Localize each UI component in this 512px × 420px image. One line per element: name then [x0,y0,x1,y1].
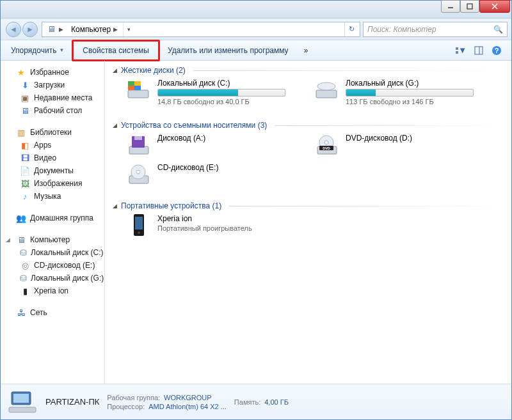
drive-d[interactable]: DVD DVD-дисковод (D:) [312,134,485,157]
sidebar-item-downloads[interactable]: ⬇ Загрузки [1,79,104,91]
chevron-down-icon: ▼ [458,45,467,55]
sidebar-item-label: Компьютер [30,235,70,244]
help-button[interactable]: ? [491,45,502,56]
refresh-button[interactable]: ↻ [344,22,358,36]
body-pane: ★ Избранное ⬇ Загрузки ▣ Недавние места … [1,61,511,384]
sidebar-item-drive-g[interactable]: ⛁ Локальный диск (G:) [1,272,104,284]
svg-point-24 [324,141,328,144]
minimize-button[interactable] [441,0,460,13]
view-options-button[interactable]: ▼ [455,45,467,56]
sidebar-item-drive-e[interactable]: ◎ CD-дисковод (E:) [1,259,104,272]
usage-bar [346,89,474,97]
breadcrumb-label: Компьютер [71,25,111,34]
drive-info: Локальный диск (C:) 14,8 ГБ свободно из … [157,79,297,105]
section-header[interactable]: ◢ Портативные устройства (1) [113,201,504,210]
svg-rect-17 [316,90,337,98]
drive-a[interactable]: Дисковод (A:) [124,134,297,157]
svg-rect-35 [9,407,36,412]
sidebar-group-homegroup: 👥 Домашняя группа [1,212,104,224]
maximize-button[interactable] [460,0,479,13]
sidebar-item-label: Локальный диск (C:) [31,248,104,257]
address-bar[interactable]: 🖥 ▶ Компьютер ▶ ▾ ↻ [42,22,360,37]
svg-rect-1 [467,4,472,9]
breadcrumb-root[interactable]: 🖥 ▶ [44,22,66,36]
free-space-label: 113 ГБ свободно из 146 ГБ [346,98,485,105]
svg-rect-34 [13,394,29,403]
svg-rect-15 [134,81,141,86]
section-header[interactable]: ◢ Жесткие диски (2) [113,66,504,75]
drive-label: Локальный диск (C:) [157,79,297,88]
drive-label: Xperia ion [157,214,297,223]
svg-rect-16 [134,86,141,90]
sidebar-item-drive-c[interactable]: ⛁ Локальный диск (C:) [1,246,104,259]
svg-rect-12 [128,90,148,98]
svg-point-29 [136,170,140,174]
sidebar-computer-header[interactable]: ◢ 🖥 Компьютер [1,233,104,246]
close-button[interactable] [479,0,510,13]
drive-info: Дисковод (A:) [157,134,297,144]
sidebar-item-label: Загрузки [34,81,65,89]
search-placeholder: Поиск: Компьютер [367,25,436,34]
expand-icon[interactable]: ◢ [6,237,12,243]
divider [275,125,504,126]
breadcrumb-computer[interactable]: Компьютер ▶ [68,22,120,36]
sidebar-item-music[interactable]: ♪ Музыка [1,190,104,203]
sidebar-item-pictures[interactable]: 🖼 Изображения [1,177,104,190]
address-dropdown[interactable]: ▾ [123,22,134,36]
search-input[interactable]: Поиск: Компьютер 🔍 [363,22,508,37]
toolbar-overflow[interactable]: » [296,42,316,59]
sidebar-item-label: Музыка [34,192,61,201]
drive-list: Дисковод (A:) DVD DVD-дисковод (D:) [113,134,504,192]
sidebar-item-label: Локальный диск (G:) [31,274,104,283]
explorer-window: ◄ ► 🖥 ▶ Компьютер ▶ ▾ ↻ Поиск: Компьютер… [0,0,512,420]
drive-label: DVD-дисковод (D:) [346,134,485,143]
svg-rect-21 [134,136,142,140]
organize-label: Упорядочить [11,46,56,55]
workgroup-label: Рабочая группа: [107,394,160,401]
device-xperia[interactable]: Xperia ion Портативный проигрыватель [124,214,297,237]
sidebar-item-video[interactable]: 🎞 Видео [1,152,104,164]
computer-name: PARTIZAN-ПК [45,397,99,407]
sidebar-favorites-header[interactable]: ★ Избранное [1,66,104,79]
free-space-label: 14,8 ГБ свободно из 40,0 ГБ [157,98,297,105]
sidebar-libraries-header[interactable]: ▥ Библиотеки [1,126,104,139]
sidebar-network-header[interactable]: 🖧 Сеть [1,306,104,319]
svg-text:DVD: DVD [323,146,330,150]
downloads-icon: ⬇ [20,80,30,90]
usage-fill [158,89,238,96]
hdd-icon: ⛁ [20,273,27,283]
floppy-icon [124,134,152,157]
memory-label: Память: [234,398,260,406]
drive-g[interactable]: Локальный диск (G:) 113 ГБ свободно из 1… [312,79,485,105]
overflow-label: » [304,46,308,55]
drive-e[interactable]: CD-дисковод (E:) [124,163,297,186]
cd-icon: ◎ [20,260,30,270]
hdd-icon [312,79,340,102]
sidebar-item-documents[interactable]: 📄 Документы [1,164,104,177]
sidebar-homegroup-header[interactable]: 👥 Домашняя группа [1,212,104,224]
network-icon: 🖧 [16,307,26,318]
usage-bar [157,89,285,97]
hdd-windows-icon [124,79,152,102]
organize-menu[interactable]: Упорядочить ▼ [3,42,72,59]
collapse-icon: ◢ [113,122,117,128]
sidebar-item-desktop[interactable]: 🖥 Рабочий стол [1,104,104,117]
section-title: Устройства со съемными носителями (3) [121,121,267,130]
sidebar-item-apps[interactable]: ◧ Apps [1,139,104,152]
drive-label: Локальный диск (G:) [346,79,485,88]
preview-pane-button[interactable] [473,45,484,56]
forward-button[interactable]: ► [22,22,38,37]
drive-c[interactable]: Локальный диск (C:) 14,8 ГБ свободно из … [124,79,297,105]
uninstall-label: Удалить или изменить программу [168,46,289,55]
section-header[interactable]: ◢ Устройства со съемными носителями (3) [113,121,504,130]
computer-large-icon [7,388,38,416]
uninstall-program-button[interactable]: Удалить или изменить программу [160,42,296,59]
system-properties-button[interactable]: Свойства системы [72,40,160,61]
back-button[interactable]: ◄ [6,22,21,37]
sidebar-item-recent[interactable]: ▣ Недавние места [1,91,104,104]
sidebar-item-xperia[interactable]: ▮ Xperia ion [1,284,104,297]
pictures-icon: 🖼 [20,178,30,189]
hdd-icon: ⛁ [20,247,27,258]
collapse-icon: ◢ [113,67,117,74]
sidebar-item-label: Видео [34,153,56,162]
